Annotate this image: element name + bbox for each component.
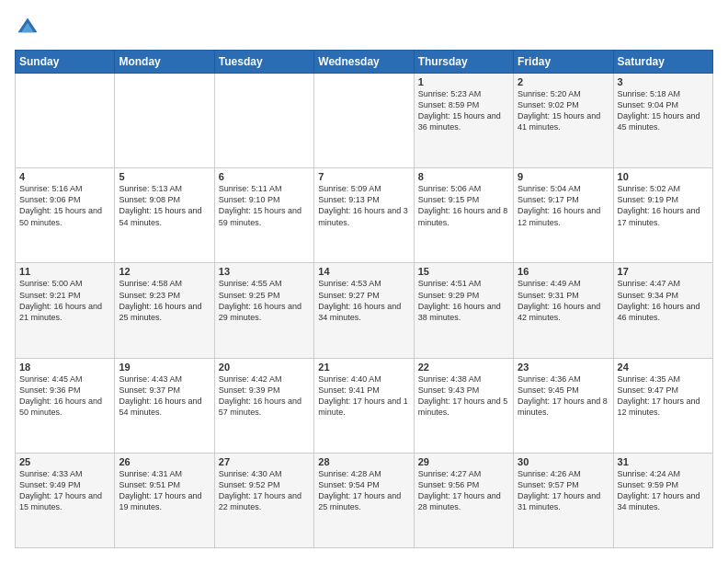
- day-number: 2: [518, 76, 609, 87]
- day-number: 21: [318, 362, 409, 373]
- day-cell: [314, 74, 414, 168]
- weekday-header-monday: Monday: [115, 51, 214, 74]
- day-cell: 19Sunrise: 4:43 AM Sunset: 9:37 PM Dayli…: [115, 358, 214, 453]
- day-cell: 15Sunrise: 4:51 AM Sunset: 9:29 PM Dayli…: [414, 263, 513, 358]
- week-row-2: 4Sunrise: 5:16 AM Sunset: 9:06 PM Daylig…: [16, 168, 713, 263]
- day-cell: 14Sunrise: 4:53 AM Sunset: 9:27 PM Dayli…: [314, 263, 414, 358]
- day-number: 31: [618, 456, 709, 467]
- day-number: 10: [618, 171, 709, 182]
- day-number: 15: [418, 266, 509, 277]
- day-cell: 2Sunrise: 5:20 AM Sunset: 9:02 PM Daylig…: [514, 74, 613, 168]
- day-number: 6: [219, 171, 310, 182]
- logo-icon: [15, 15, 40, 40]
- day-number: 3: [618, 76, 709, 87]
- day-info: Sunrise: 5:11 AM Sunset: 9:10 PM Dayligh…: [219, 183, 310, 228]
- day-info: Sunrise: 4:30 AM Sunset: 9:52 PM Dayligh…: [219, 468, 310, 513]
- day-cell: 30Sunrise: 4:26 AM Sunset: 9:57 PM Dayli…: [514, 453, 613, 547]
- day-cell: 3Sunrise: 5:18 AM Sunset: 9:04 PM Daylig…: [613, 74, 712, 168]
- day-cell: 31Sunrise: 4:24 AM Sunset: 9:59 PM Dayli…: [613, 453, 712, 547]
- day-cell: 18Sunrise: 4:45 AM Sunset: 9:36 PM Dayli…: [16, 358, 115, 453]
- day-number: 12: [119, 266, 210, 277]
- week-row-3: 11Sunrise: 5:00 AM Sunset: 9:21 PM Dayli…: [16, 263, 713, 358]
- day-cell: 13Sunrise: 4:55 AM Sunset: 9:25 PM Dayli…: [214, 263, 313, 358]
- day-number: 28: [318, 456, 409, 467]
- day-info: Sunrise: 4:51 AM Sunset: 9:29 PM Dayligh…: [418, 278, 509, 323]
- day-number: 18: [19, 362, 110, 373]
- day-info: Sunrise: 4:47 AM Sunset: 9:34 PM Dayligh…: [618, 278, 709, 323]
- day-info: Sunrise: 4:27 AM Sunset: 9:56 PM Dayligh…: [418, 468, 509, 513]
- day-info: Sunrise: 4:36 AM Sunset: 9:45 PM Dayligh…: [518, 373, 609, 419]
- logo: [15, 15, 44, 40]
- day-cell: 20Sunrise: 4:42 AM Sunset: 9:39 PM Dayli…: [214, 358, 313, 453]
- day-info: Sunrise: 5:23 AM Sunset: 8:59 PM Dayligh…: [418, 88, 509, 133]
- day-number: 26: [119, 456, 210, 467]
- day-cell: [115, 74, 214, 168]
- day-info: Sunrise: 4:53 AM Sunset: 9:27 PM Dayligh…: [318, 278, 409, 323]
- day-number: 24: [618, 362, 709, 373]
- day-number: 7: [318, 171, 409, 182]
- day-number: 17: [618, 266, 709, 277]
- day-number: 23: [518, 362, 609, 373]
- day-number: 13: [219, 266, 310, 277]
- day-info: Sunrise: 5:04 AM Sunset: 9:17 PM Dayligh…: [518, 183, 609, 228]
- day-cell: 26Sunrise: 4:31 AM Sunset: 9:51 PM Dayli…: [115, 453, 214, 547]
- day-cell: 4Sunrise: 5:16 AM Sunset: 9:06 PM Daylig…: [16, 168, 115, 263]
- day-info: Sunrise: 4:40 AM Sunset: 9:41 PM Dayligh…: [318, 373, 409, 419]
- day-cell: 21Sunrise: 4:40 AM Sunset: 9:41 PM Dayli…: [314, 358, 414, 453]
- day-info: Sunrise: 4:55 AM Sunset: 9:25 PM Dayligh…: [219, 278, 310, 323]
- week-row-1: 1Sunrise: 5:23 AM Sunset: 8:59 PM Daylig…: [16, 74, 713, 168]
- day-info: Sunrise: 5:00 AM Sunset: 9:21 PM Dayligh…: [19, 278, 110, 323]
- day-cell: 9Sunrise: 5:04 AM Sunset: 9:17 PM Daylig…: [514, 168, 613, 263]
- day-info: Sunrise: 4:49 AM Sunset: 9:31 PM Dayligh…: [518, 278, 609, 323]
- weekday-header-thursday: Thursday: [414, 51, 513, 74]
- day-cell: 29Sunrise: 4:27 AM Sunset: 9:56 PM Dayli…: [414, 453, 513, 547]
- day-info: Sunrise: 5:16 AM Sunset: 9:06 PM Dayligh…: [19, 183, 110, 228]
- week-row-4: 18Sunrise: 4:45 AM Sunset: 9:36 PM Dayli…: [16, 358, 713, 453]
- day-info: Sunrise: 4:28 AM Sunset: 9:54 PM Dayligh…: [318, 468, 409, 513]
- day-info: Sunrise: 5:02 AM Sunset: 9:19 PM Dayligh…: [618, 183, 709, 228]
- day-number: 9: [518, 171, 609, 182]
- day-number: 8: [418, 171, 509, 182]
- day-info: Sunrise: 5:13 AM Sunset: 9:08 PM Dayligh…: [119, 183, 210, 228]
- weekday-header-friday: Friday: [514, 51, 613, 74]
- day-cell: [214, 74, 313, 168]
- page: SundayMondayTuesdayWednesdayThursdayFrid…: [0, 0, 728, 563]
- day-cell: 7Sunrise: 5:09 AM Sunset: 9:13 PM Daylig…: [314, 168, 414, 263]
- day-cell: 17Sunrise: 4:47 AM Sunset: 9:34 PM Dayli…: [613, 263, 712, 358]
- day-cell: 27Sunrise: 4:30 AM Sunset: 9:52 PM Dayli…: [214, 453, 313, 547]
- day-info: Sunrise: 4:26 AM Sunset: 9:57 PM Dayligh…: [518, 468, 609, 513]
- day-number: 27: [219, 456, 310, 467]
- day-number: 19: [119, 362, 210, 373]
- weekday-header-saturday: Saturday: [613, 51, 712, 74]
- day-number: 20: [219, 362, 310, 373]
- day-info: Sunrise: 5:18 AM Sunset: 9:04 PM Dayligh…: [618, 88, 709, 133]
- week-row-5: 25Sunrise: 4:33 AM Sunset: 9:49 PM Dayli…: [16, 453, 713, 547]
- day-info: Sunrise: 4:38 AM Sunset: 9:43 PM Dayligh…: [418, 373, 509, 419]
- day-cell: 16Sunrise: 4:49 AM Sunset: 9:31 PM Dayli…: [514, 263, 613, 358]
- weekday-header-wednesday: Wednesday: [314, 51, 414, 74]
- day-info: Sunrise: 5:06 AM Sunset: 9:15 PM Dayligh…: [418, 183, 509, 228]
- day-cell: 6Sunrise: 5:11 AM Sunset: 9:10 PM Daylig…: [214, 168, 313, 263]
- day-info: Sunrise: 4:24 AM Sunset: 9:59 PM Dayligh…: [618, 468, 709, 513]
- header: [15, 15, 713, 40]
- day-info: Sunrise: 5:09 AM Sunset: 9:13 PM Dayligh…: [318, 183, 409, 228]
- weekday-header-sunday: Sunday: [16, 51, 115, 74]
- calendar-table: SundayMondayTuesdayWednesdayThursdayFrid…: [15, 50, 713, 548]
- day-number: 1: [418, 76, 509, 87]
- day-number: 22: [418, 362, 509, 373]
- day-number: 29: [418, 456, 509, 467]
- day-cell: 22Sunrise: 4:38 AM Sunset: 9:43 PM Dayli…: [414, 358, 513, 453]
- day-cell: 11Sunrise: 5:00 AM Sunset: 9:21 PM Dayli…: [16, 263, 115, 358]
- day-number: 4: [19, 171, 110, 182]
- day-info: Sunrise: 4:31 AM Sunset: 9:51 PM Dayligh…: [119, 468, 210, 513]
- day-info: Sunrise: 4:33 AM Sunset: 9:49 PM Dayligh…: [19, 468, 110, 513]
- day-info: Sunrise: 5:20 AM Sunset: 9:02 PM Dayligh…: [518, 88, 609, 133]
- day-number: 30: [518, 456, 609, 467]
- day-number: 11: [19, 266, 110, 277]
- day-info: Sunrise: 4:42 AM Sunset: 9:39 PM Dayligh…: [219, 373, 310, 419]
- day-cell: 12Sunrise: 4:58 AM Sunset: 9:23 PM Dayli…: [115, 263, 214, 358]
- day-cell: 10Sunrise: 5:02 AM Sunset: 9:19 PM Dayli…: [613, 168, 712, 263]
- day-info: Sunrise: 4:58 AM Sunset: 9:23 PM Dayligh…: [119, 278, 210, 323]
- day-cell: 25Sunrise: 4:33 AM Sunset: 9:49 PM Dayli…: [16, 453, 115, 547]
- day-cell: 1Sunrise: 5:23 AM Sunset: 8:59 PM Daylig…: [414, 74, 513, 168]
